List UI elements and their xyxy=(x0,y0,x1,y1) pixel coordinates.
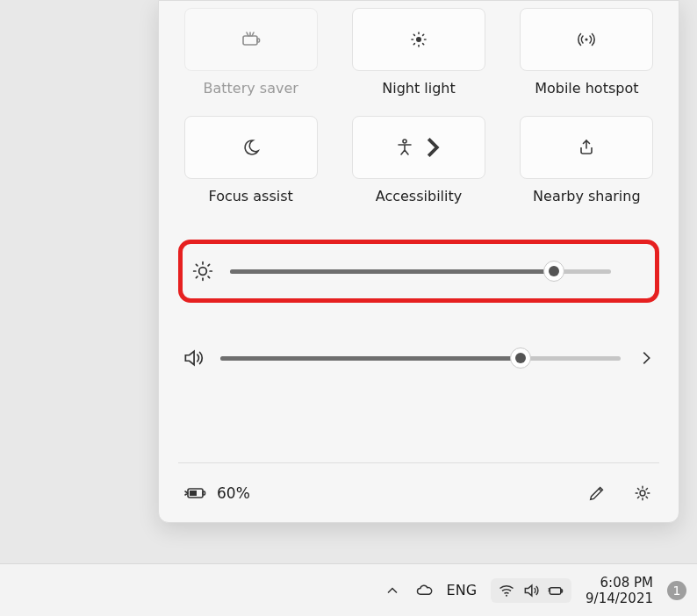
volume-slider[interactable] xyxy=(220,356,621,361)
speaker-icon xyxy=(182,347,205,369)
volume-slider-thumb[interactable] xyxy=(510,347,531,369)
quick-settings-panel: Battery saver Night light xyxy=(158,0,679,523)
battery-saver-tile[interactable] xyxy=(184,8,318,71)
wifi-icon xyxy=(498,582,515,599)
notification-count: 1 xyxy=(673,584,681,598)
svg-rect-0 xyxy=(243,36,257,45)
language-indicator[interactable]: ENG xyxy=(447,582,477,598)
svg-line-20 xyxy=(208,264,210,266)
battery-tray-icon xyxy=(547,582,564,599)
svg-line-10 xyxy=(413,44,414,45)
notification-center-button[interactable]: 1 xyxy=(667,581,686,600)
quick-action-grid: Battery saver Night light xyxy=(178,1,659,204)
svg-point-13 xyxy=(199,268,207,276)
svg-rect-23 xyxy=(203,491,205,495)
night-light-tile[interactable] xyxy=(352,8,485,71)
svg-point-12 xyxy=(403,140,406,143)
brightness-slider[interactable] xyxy=(230,269,611,274)
svg-point-11 xyxy=(586,38,588,40)
focus-assist-label: Focus assist xyxy=(209,188,293,204)
svg-rect-24 xyxy=(190,491,197,496)
accessibility-icon xyxy=(394,137,415,158)
battery-saver-icon xyxy=(241,29,262,50)
svg-line-7 xyxy=(413,34,414,35)
night-light-label: Night light xyxy=(382,80,456,97)
accessibility-label: Accessibility xyxy=(376,188,462,204)
onedrive-icon[interactable] xyxy=(415,582,433,599)
chevron-right-icon xyxy=(422,137,443,158)
nearby-sharing-tile[interactable] xyxy=(520,116,653,179)
tile-group-accessibility: Accessibility xyxy=(346,116,491,204)
share-icon xyxy=(576,137,597,158)
svg-rect-1 xyxy=(257,39,260,42)
battery-saver-label: Battery saver xyxy=(203,80,298,97)
tray-overflow-button[interactable] xyxy=(384,582,401,599)
brightness-slider-thumb[interactable] xyxy=(543,261,564,282)
settings-button[interactable] xyxy=(631,482,654,505)
accessibility-tile[interactable] xyxy=(352,116,485,179)
gear-icon xyxy=(633,483,652,503)
taskbar-clock[interactable]: 6:08 PM 9/14/2021 xyxy=(586,575,653,606)
panel-footer: 60% xyxy=(178,462,659,522)
moon-icon xyxy=(241,137,262,158)
svg-point-25 xyxy=(640,491,645,496)
tile-group-night-light: Night light xyxy=(346,8,491,97)
system-tray: ENG 6:08 PM 9/14/2021 1 xyxy=(384,575,686,606)
svg-point-26 xyxy=(506,594,507,596)
svg-line-8 xyxy=(423,44,424,45)
night-light-icon xyxy=(408,29,429,50)
svg-point-2 xyxy=(416,37,421,42)
taskbar-date: 9/14/2021 xyxy=(586,591,653,606)
brightness-icon xyxy=(191,260,214,283)
tile-group-nearby-sharing: Nearby sharing xyxy=(514,116,659,204)
brightness-slider-row xyxy=(178,240,659,303)
tile-group-mobile-hotspot: Mobile hotspot xyxy=(514,8,659,97)
tile-group-focus-assist: Focus assist xyxy=(178,116,323,204)
mobile-hotspot-tile[interactable] xyxy=(520,8,653,71)
speaker-tray-icon xyxy=(522,582,540,599)
volume-flyout-button[interactable] xyxy=(636,348,656,368)
svg-line-9 xyxy=(423,34,424,35)
svg-rect-28 xyxy=(561,589,563,591)
focus-assist-tile[interactable] xyxy=(184,116,318,179)
svg-line-19 xyxy=(208,276,210,278)
mobile-hotspot-label: Mobile hotspot xyxy=(535,80,638,97)
hotspot-icon xyxy=(576,29,597,50)
sliders-section xyxy=(178,240,659,383)
battery-plugged-icon xyxy=(183,484,208,502)
pencil-icon xyxy=(587,483,607,503)
battery-status[interactable]: 60% xyxy=(183,484,250,502)
taskbar-quick-settings-button[interactable] xyxy=(491,578,571,603)
tile-group-battery-saver: Battery saver xyxy=(178,8,323,97)
svg-rect-27 xyxy=(550,587,561,594)
taskbar-time: 6:08 PM xyxy=(600,575,653,591)
svg-line-18 xyxy=(196,264,198,266)
volume-slider-row xyxy=(178,333,659,383)
nearby-sharing-label: Nearby sharing xyxy=(533,188,641,204)
taskbar: ENG 6:08 PM 9/14/2021 1 xyxy=(0,563,697,616)
edit-quick-settings-button[interactable] xyxy=(586,482,608,505)
svg-line-21 xyxy=(196,276,198,278)
battery-percent-label: 60% xyxy=(217,484,250,502)
